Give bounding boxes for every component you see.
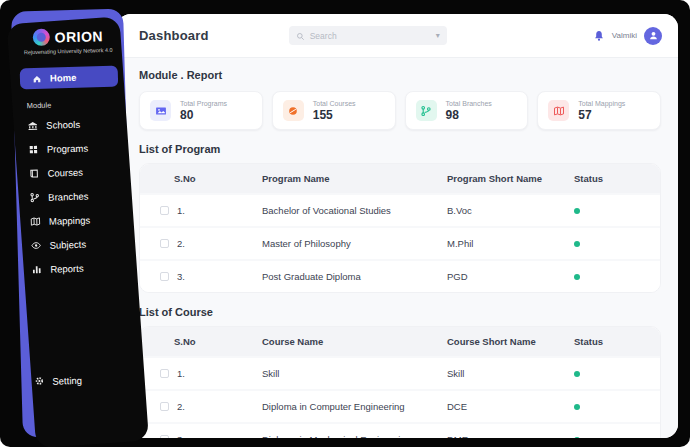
row-checkbox[interactable] — [160, 206, 169, 215]
table-row[interactable]: 1. Skill Skill — [140, 356, 660, 389]
cell-name: Diploma in Mechanical Engineering — [262, 434, 447, 438]
cell-sno: 3. — [177, 271, 185, 282]
row-checkbox[interactable] — [160, 435, 169, 438]
table-section: List of Program S.No Program Name Progra… — [139, 143, 661, 293]
topbar-right: Valmiki — [593, 27, 662, 45]
table-row[interactable]: 1. Bachelor of Vocational Studies B.Voc — [140, 193, 660, 226]
disc-icon — [283, 100, 304, 121]
sidebar-item-label: Branches — [48, 190, 88, 202]
table-row[interactable]: 2. Master of Philosophy M.Phil — [140, 226, 660, 259]
cell-sno: 1. — [177, 368, 185, 379]
stat-cards-row: Total Programs 80 Total Courses 155 Tota… — [139, 91, 661, 130]
sidebar-item-home[interactable]: Home — [20, 66, 119, 90]
grid-icon — [28, 143, 39, 154]
cell-name: Post Graduate Diploma — [262, 271, 447, 282]
stat-card: Total Courses 155 — [272, 91, 396, 130]
table-header-row: S.No Program Name Program Short Name Sta… — [140, 164, 660, 193]
table-body: 1. Skill Skill 2. Diploma in Computer En… — [140, 356, 660, 438]
sidebar-item-branches[interactable]: Branches — [16, 182, 129, 209]
chevron-down-icon[interactable]: ▾ — [436, 32, 440, 40]
main-panel: Dashboard Search ▾ Valmiki Module . Repo… — [117, 14, 678, 438]
chart-icon — [31, 263, 42, 274]
cell-short-name: Skill — [447, 368, 574, 379]
row-checkbox[interactable] — [160, 272, 169, 281]
cell-short-name: DME — [447, 434, 574, 438]
notifications-bell-icon[interactable] — [593, 30, 605, 42]
cell-sno: 1. — [177, 205, 185, 216]
table-section: List of Course S.No Course Name Course S… — [139, 306, 661, 438]
sidebar-section-label: Module — [27, 98, 126, 110]
cell-status — [574, 205, 660, 216]
row-checkbox[interactable] — [160, 402, 169, 411]
search-icon — [296, 27, 305, 45]
home-icon — [32, 73, 42, 83]
cell-short-name: M.Phil — [447, 238, 574, 249]
cell-sno: 2. — [177, 238, 185, 249]
sidebar-footer: Setting — [21, 366, 134, 393]
sidebar-item-schools[interactable]: Schools — [14, 110, 127, 137]
column-header: Course Name — [262, 336, 447, 347]
cell-short-name: B.Voc — [447, 205, 574, 216]
sidebar-item-mappings[interactable]: Mappings — [17, 206, 130, 233]
stat-card-label: Total Courses — [313, 100, 356, 107]
row-checkbox[interactable] — [160, 369, 169, 378]
stat-card-label: Total Mappings — [578, 100, 625, 107]
table-row[interactable]: 3. Post Graduate Diploma PGD — [140, 259, 660, 292]
sidebar-item-courses[interactable]: Courses — [15, 158, 128, 185]
search-placeholder: Search — [310, 31, 431, 41]
status-dot — [574, 241, 580, 247]
cell-sno: 2. — [177, 401, 185, 412]
branch-icon — [416, 100, 437, 121]
stat-card-value: 80 — [180, 109, 227, 121]
person-icon — [648, 27, 659, 45]
sidebar-item-subjects[interactable]: Subjects — [17, 230, 130, 257]
sidebar: ORION Rejuvenating University Network 4.… — [11, 9, 135, 438]
status-dot — [574, 371, 580, 377]
sidebar-item-reports[interactable]: Reports — [18, 254, 131, 281]
status-dot — [574, 274, 580, 280]
sidebar-item-label: Programs — [47, 142, 88, 154]
app-frame: Dashboard Search ▾ Valmiki Module . Repo… — [0, 0, 690, 447]
cell-status — [574, 401, 660, 412]
table-row[interactable]: 2. Diploma in Computer Engineering DCE — [140, 389, 660, 422]
cell-name: Skill — [262, 368, 447, 379]
sidebar-item-programs[interactable]: Programs — [15, 134, 128, 161]
section-title: List of Course — [139, 306, 661, 318]
column-header: Course Short Name — [447, 336, 574, 347]
sidebar-item-setting[interactable]: Setting — [21, 366, 134, 393]
content-area: Module . Report Total Programs 80 Total … — [117, 58, 678, 438]
sidebar-item-label: Home — [50, 72, 77, 84]
sidebar-item-label: Courses — [47, 166, 83, 178]
stat-card-value: 155 — [313, 109, 356, 121]
user-name: Valmiki — [612, 31, 637, 40]
column-header: Status — [574, 336, 660, 347]
page-title: Dashboard — [139, 28, 209, 43]
cell-name: Diploma in Computer Engineering — [262, 401, 447, 412]
sidebar-item-label: Subjects — [49, 238, 86, 250]
cell-status — [574, 368, 660, 379]
cell-short-name: DCE — [447, 401, 574, 412]
cell-sno: 3. — [177, 434, 185, 438]
logo: ORION — [12, 27, 124, 47]
data-table: S.No Course Name Course Short Name Statu… — [139, 326, 661, 438]
table-row[interactable]: 3. Diploma in Mechanical Engineering DME — [140, 422, 660, 438]
tables-area: List of Program S.No Program Name Progra… — [139, 143, 661, 438]
book-icon — [28, 167, 39, 178]
avatar[interactable] — [644, 27, 662, 45]
status-dot — [574, 437, 580, 438]
cell-name: Bachelor of Vocational Studies — [262, 205, 447, 216]
topbar: Dashboard Search ▾ Valmiki — [117, 14, 678, 58]
stat-card-value: 57 — [578, 109, 625, 121]
stat-card: Total Mappings 57 — [537, 91, 661, 130]
sidebar-item-label: Schools — [46, 118, 80, 130]
cell-status — [574, 271, 660, 282]
table-header-row: S.No Course Name Course Short Name Statu… — [140, 327, 660, 356]
map-icon — [548, 100, 569, 121]
cell-status — [574, 434, 660, 438]
gear-icon — [34, 376, 44, 386]
logo-tagline: Rejuvenating University Network 4.0 — [12, 47, 124, 56]
branch-icon — [29, 191, 40, 202]
row-checkbox[interactable] — [160, 239, 169, 248]
search-input[interactable]: Search ▾ — [289, 26, 447, 45]
cell-short-name: PGD — [447, 271, 574, 282]
